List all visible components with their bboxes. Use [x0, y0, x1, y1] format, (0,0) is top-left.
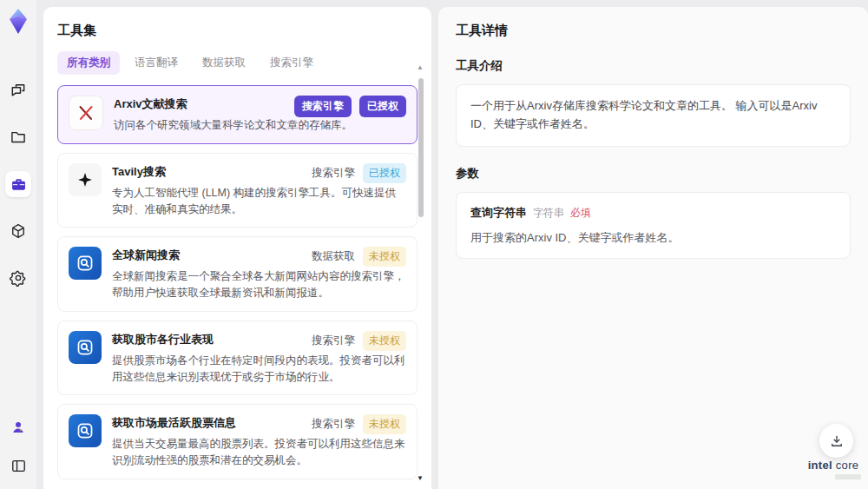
param-box: 查询字符串 字符串 必填 用于搜索的Arxiv ID、关键字或作者姓名。 — [456, 192, 851, 260]
page-title: 工具集 — [57, 23, 418, 39]
news-search-icon — [69, 247, 102, 280]
cube-icon — [10, 222, 27, 240]
param-name: 查询字符串 — [470, 205, 527, 221]
core-text: core — [832, 459, 858, 472]
intro-box: 一个用于从Arxiv存储库搜索科学论文和文章的工具。 输入可以是Arxiv ID… — [456, 84, 851, 147]
intel-logo-bar — [835, 474, 861, 479]
sidebar-item-settings[interactable] — [5, 265, 31, 291]
tab-all-categories[interactable]: 所有类别 — [57, 51, 120, 75]
scroll-down-arrow[interactable]: ▼ — [417, 475, 424, 482]
stock-sector-icon — [69, 331, 102, 364]
auth-status-badge: 已授权 — [363, 163, 406, 183]
folder-icon — [10, 129, 27, 146]
tool-description: 访问各个研究领域大量科学论文和文章的存储库。 — [114, 117, 406, 134]
sidebar-item-panel-toggle[interactable] — [5, 453, 31, 479]
category-badge: 搜索引擎 — [294, 96, 352, 117]
tool-card-global-news[interactable]: 全球新闻搜索 全球新闻搜索是一个聚合全球各大新闻网站内容的搜索引擎，帮助用户快速… — [57, 236, 418, 312]
download-button[interactable] — [819, 424, 853, 458]
intro-heading: 工具介绍 — [456, 58, 851, 74]
active-stocks-icon — [69, 414, 102, 447]
briefcase-icon — [10, 176, 27, 193]
category-label: 搜索引擎 — [312, 417, 355, 432]
intro-text: 一个用于从Arxiv存储库搜索科学论文和文章的工具。 输入可以是Arxiv ID… — [470, 97, 836, 134]
gem-logo-icon — [6, 8, 30, 36]
params-heading: 参数 — [456, 166, 851, 182]
tab-language-translation[interactable]: 语言翻译 — [125, 51, 187, 75]
tool-card-stock-sectors[interactable]: 获取股市各行业表现 提供股票市场各个行业在特定时间段内的表现。投资者可以利用这些… — [57, 320, 418, 396]
download-icon — [829, 433, 845, 449]
gear-icon — [10, 269, 27, 287]
chat-icon — [10, 82, 27, 99]
auth-status-badge: 未授权 — [363, 414, 406, 434]
details-title: 工具详情 — [456, 23, 851, 39]
panel-icon — [10, 458, 27, 474]
category-label: 搜索引擎 — [312, 166, 355, 181]
tools-panel: 工具集 所有类别 语言翻译 数据获取 搜索引擎 Arxiv文献搜索 访问各个研究… — [43, 7, 431, 489]
tool-card-tavily[interactable]: Tavily搜索 专为人工智能代理 (LLM) 构建的搜索引擎工具。可快速提供实… — [57, 153, 418, 228]
category-label: 搜索引擎 — [312, 334, 355, 348]
tab-data-acquisition[interactable]: 数据获取 — [193, 51, 255, 75]
scroll-up-arrow[interactable]: ▲ — [417, 64, 424, 71]
sidebar-item-profile[interactable] — [5, 414, 31, 440]
sidebar-item-toolbox[interactable] — [5, 171, 31, 197]
category-label: 数据获取 — [312, 249, 355, 264]
left-rail — [0, 0, 36, 489]
tool-card-arxiv[interactable]: Arxiv文献搜索 访问各个研究领域大量科学论文和文章的存储库。 搜索引擎 已授… — [57, 85, 418, 144]
param-description: 用于搜索的Arxiv ID、关键字或作者姓名。 — [470, 229, 836, 247]
tool-description: 专为人工智能代理 (LLM) 构建的搜索引擎工具。可快速提供实时、准确和真实的结… — [112, 185, 406, 218]
category-tabs: 所有类别 语言翻译 数据获取 搜索引擎 — [57, 51, 418, 75]
sidebar-item-folder[interactable] — [5, 124, 31, 150]
param-required-flag: 必填 — [570, 206, 591, 221]
list-scrollbar[interactable] — [418, 71, 424, 472]
rail-nav — [5, 77, 31, 291]
tool-details-panel: 工具详情 工具介绍 一个用于从Arxiv存储库搜索科学论文和文章的工具。 输入可… — [438, 7, 868, 489]
tool-list: Arxiv文献搜索 访问各个研究领域大量科学论文和文章的存储库。 搜索引擎 已授… — [57, 85, 418, 486]
rail-bottom — [5, 414, 31, 479]
tool-card-active-stocks[interactable]: 获取市场最活跃股票信息 提供当天交易量最高的股票列表。投资者可以利用这些信息来识… — [57, 404, 418, 479]
sidebar-item-chat[interactable] — [5, 77, 31, 103]
scrollbar-thumb[interactable] — [418, 78, 424, 217]
user-icon — [10, 420, 26, 435]
auth-status-badge: 已授权 — [359, 96, 406, 117]
tool-description: 提供股票市场各个行业在特定时间段内的表现。投资者可以利用这些信息来识别表现优于或… — [112, 353, 406, 386]
intel-core-logo: intel core — [806, 459, 861, 479]
auth-status-badge: 未授权 — [363, 331, 406, 351]
param-type: 字符串 — [533, 206, 564, 221]
tab-search-engine[interactable]: 搜索引擎 — [260, 51, 323, 75]
arxiv-logo-icon — [69, 96, 103, 130]
auth-status-badge: 未授权 — [363, 247, 406, 267]
tool-description: 全球新闻搜索是一个聚合全球各大新闻网站内容的搜索引擎，帮助用户快速获取全球最新资… — [112, 268, 406, 301]
sidebar-item-models[interactable] — [5, 218, 31, 244]
intel-text: intel — [808, 459, 832, 472]
tool-description: 提供当天交易量最高的股票列表。投资者可以利用这些信息来识别流动性强的股票和潜在的… — [112, 436, 406, 469]
tavily-star-icon — [69, 163, 102, 196]
app-logo[interactable] — [6, 8, 30, 36]
